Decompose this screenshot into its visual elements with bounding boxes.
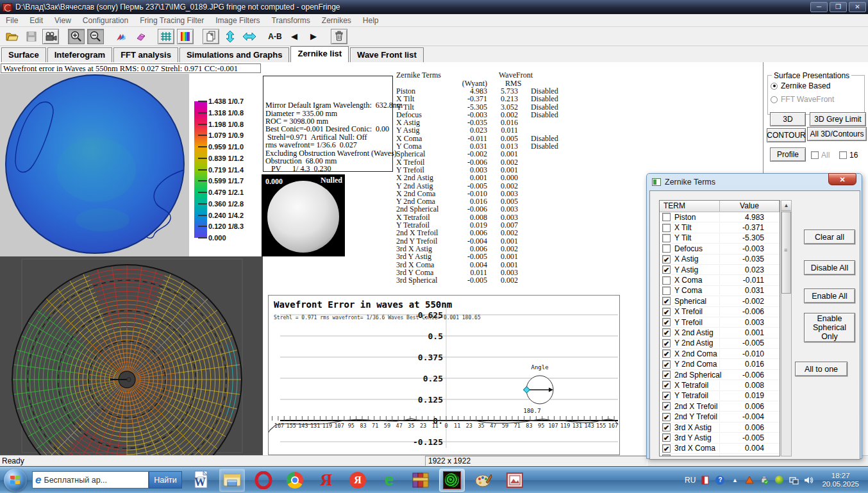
- menu-item[interactable]: Edit: [24, 15, 49, 26]
- dialog-term-row[interactable]: 2nd Y Trefoil -0.004: [660, 412, 780, 422]
- menu-item[interactable]: View: [49, 15, 77, 26]
- next-icon[interactable]: ▶: [305, 29, 322, 44]
- btn-3d-grey-limit[interactable]: 3D Grey Limit: [810, 112, 866, 126]
- dialog-term-row[interactable]: Defocus -0.003: [660, 244, 780, 254]
- tab[interactable]: Zernike list: [290, 46, 349, 62]
- tray-network-icon[interactable]: [789, 475, 799, 485]
- openfringe-taskbar-icon[interactable]: [439, 469, 465, 492]
- checkbox[interactable]: [839, 151, 847, 159]
- radio-button[interactable]: [771, 83, 778, 90]
- image-viewer-icon[interactable]: [502, 469, 528, 492]
- dialog-term-row[interactable]: 3rd Y Astig -0.005: [660, 433, 780, 443]
- dialog-term-row[interactable]: Piston 4.983: [660, 212, 780, 222]
- dialog-term-row[interactable]: Y Astig 0.023: [660, 265, 780, 275]
- dialog-term-row[interactable]: Y Tilt -5.305: [660, 233, 780, 244]
- tray-show-hidden-icon[interactable]: ▲: [730, 475, 740, 485]
- term-checkbox[interactable]: [662, 213, 671, 221]
- term-checkbox[interactable]: [662, 265, 671, 274]
- term-column-header[interactable]: TERM: [660, 201, 720, 212]
- term-checkbox[interactable]: [662, 276, 671, 285]
- term-checkbox[interactable]: [662, 402, 671, 410]
- yandex-icon[interactable]: Я: [313, 469, 339, 492]
- term-checkbox[interactable]: [662, 308, 671, 316]
- dialog-term-row[interactable]: 3rd X Astig 0.006: [660, 422, 780, 433]
- menu-item[interactable]: Transforms: [266, 15, 316, 26]
- tab[interactable]: Surface: [1, 47, 46, 62]
- btn-profile[interactable]: Profile: [770, 147, 806, 162]
- all-to-one-button[interactable]: All to one: [795, 362, 847, 376]
- brush-icon[interactable]: [113, 29, 129, 44]
- camera-icon[interactable]: [42, 29, 59, 44]
- close-button[interactable]: ✕: [849, 2, 866, 12]
- radio-row[interactable]: Zernike Based: [771, 81, 862, 90]
- minimize-button[interactable]: ─: [810, 2, 828, 12]
- opera-icon[interactable]: [251, 469, 276, 492]
- checkbox-16[interactable]: 16: [839, 151, 858, 160]
- eraser-icon[interactable]: [132, 29, 149, 44]
- term-checkbox[interactable]: [662, 360, 671, 369]
- menu-item[interactable]: Help: [357, 15, 385, 26]
- zoom-in-icon[interactable]: [68, 29, 85, 44]
- term-checkbox[interactable]: [662, 297, 671, 305]
- start-button[interactable]: [4, 469, 27, 492]
- taskbar-search-input[interactable]: e Бесплатный ар...: [32, 471, 149, 489]
- enable-spherical-only-button[interactable]: Enable Spherical Only: [804, 313, 855, 342]
- dialog-scrollbar[interactable]: ▲: [781, 200, 792, 456]
- term-checkbox[interactable]: [662, 244, 671, 253]
- term-checkbox[interactable]: [662, 423, 671, 431]
- term-checkbox[interactable]: [662, 287, 671, 295]
- enable-all-button[interactable]: Enable All: [804, 288, 855, 303]
- term-checkbox[interactable]: [662, 381, 671, 389]
- page-icon[interactable]: [203, 29, 219, 44]
- term-checkbox[interactable]: [662, 444, 671, 453]
- value-column-header[interactable]: Value: [720, 201, 780, 212]
- grid-icon[interactable]: [158, 29, 174, 44]
- dialog-term-row[interactable]: X Trefoil -0.006: [660, 307, 780, 317]
- previous-icon[interactable]: ◀: [286, 29, 303, 44]
- zoom-out-icon[interactable]: [87, 29, 104, 44]
- tray-language[interactable]: RU: [685, 476, 696, 485]
- dialog-term-row[interactable]: X Coma -0.011: [660, 275, 780, 285]
- dialog-term-row[interactable]: Spherical -0.002: [660, 296, 780, 306]
- dialog-term-row[interactable]: 2nd Spherical -0.006: [660, 370, 780, 380]
- dialog-term-row[interactable]: 3rd X Coma 0.004: [660, 444, 780, 454]
- btn-all-3d-contours[interactable]: All 3D/Contours: [807, 127, 867, 141]
- ab-compare-button[interactable]: A-B: [267, 29, 283, 44]
- term-checkbox[interactable]: [662, 234, 671, 242]
- dialog-term-row[interactable]: Y Trefoil 0.003: [660, 317, 780, 328]
- yandex-browser-icon[interactable]: Я: [345, 469, 371, 492]
- trash-icon[interactable]: [331, 29, 347, 44]
- btn-contour[interactable]: CONTOUR: [767, 128, 806, 142]
- term-checkbox[interactable]: [662, 328, 671, 337]
- save-icon[interactable]: [23, 29, 40, 44]
- tray-notes-icon[interactable]: [700, 475, 710, 485]
- paint-icon[interactable]: [471, 469, 496, 492]
- menu-item[interactable]: Fring Tracing Filter: [134, 15, 210, 26]
- taskbar-clock[interactable]: 18:27 20.05.2025: [818, 472, 863, 489]
- menu-item[interactable]: Configuration: [77, 15, 134, 26]
- dialog-term-row[interactable]: 2nd X Trefoil 0.006: [660, 401, 780, 412]
- tray-usb-icon[interactable]: [759, 475, 769, 485]
- dialog-term-row[interactable]: X Tetrafoil 0.008: [660, 380, 780, 390]
- term-checkbox[interactable]: [662, 255, 671, 263]
- radio-row[interactable]: FFT WaveFront: [771, 95, 862, 104]
- dialog-term-row[interactable]: X 2nd Coma -0.010: [660, 349, 780, 359]
- tray-volume-icon[interactable]: [803, 475, 814, 485]
- disable-all-button[interactable]: Disable All: [804, 260, 855, 275]
- term-checkbox[interactable]: [662, 455, 671, 456]
- scroll-up-icon[interactable]: ▲: [781, 201, 791, 211]
- term-checkbox[interactable]: [662, 371, 671, 379]
- find-button[interactable]: Найти: [149, 471, 182, 489]
- clear-all-button[interactable]: Clear all: [804, 230, 855, 244]
- restore-button[interactable]: ❐: [830, 2, 847, 12]
- term-checkbox[interactable]: [662, 339, 671, 347]
- dialog-list-header[interactable]: TERM Value: [660, 201, 780, 212]
- checkbox[interactable]: [811, 151, 819, 159]
- dialog-term-row[interactable]: Y Tetrafoil 0.019: [660, 391, 780, 401]
- dialog-term-row[interactable]: Y Coma 0.031: [660, 286, 780, 296]
- tab[interactable]: Simulations and Graphs: [179, 47, 290, 62]
- btn-3d[interactable]: 3D: [770, 112, 806, 126]
- term-checkbox[interactable]: [662, 224, 671, 232]
- tray-help-icon[interactable]: ?: [715, 475, 725, 485]
- tray-alert-icon[interactable]: [744, 475, 755, 485]
